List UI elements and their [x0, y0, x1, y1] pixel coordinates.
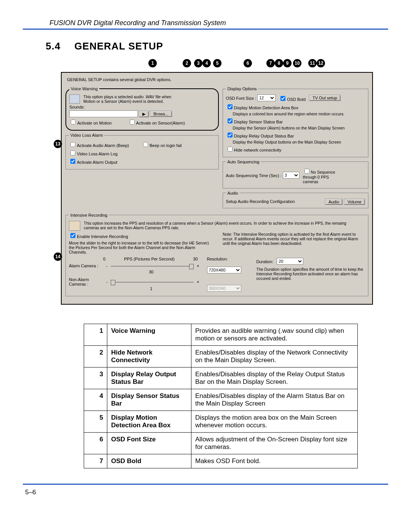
auto-sequencing-group: Auto Sequencing Auto Sequencing Time (Se…	[223, 160, 368, 189]
activate-on-motion[interactable]: Activate on Motion	[69, 118, 112, 126]
globe-icon	[69, 94, 80, 104]
display-relay-bar-desc: Display the Relay Output buttons on the …	[226, 140, 365, 144]
callout-6: 6	[244, 59, 252, 67]
running-header: FUSION DVR Digital Recording and Transmi…	[49, 19, 388, 27]
video-loss-log[interactable]: Video Loss Alarm Log	[69, 152, 118, 156]
callout-table: 1Voice WarningProvides an audible warnin…	[84, 324, 358, 468]
play-button[interactable]: ▶	[139, 111, 149, 117]
alarm-camera-slider[interactable]	[111, 264, 194, 269]
pps-scale-min: 0	[103, 257, 105, 261]
voice-warning-legend: Voice Warning	[69, 86, 99, 91]
non-alarm-camera-slider[interactable]	[111, 280, 194, 285]
audio-group: Audio Setup Audio Recording Configuratio…	[223, 191, 368, 208]
pps-scale-max: 30	[193, 257, 198, 261]
table-row: 3Display Relay Output Status BarEnables/…	[84, 367, 358, 389]
auto-seq-time-select[interactable]: 3	[283, 172, 299, 179]
auto-sequencing-legend: Auto Sequencing	[226, 160, 261, 164]
video-loss-legend: Video Loss Alarm	[69, 133, 104, 137]
callout-row: 1 2 3 4 5 6 7 8 9 10 11 12	[61, 59, 373, 72]
display-options-group: Display Options OSD Font Size : 12 OSD B…	[223, 86, 368, 157]
audio-desc: Setup Audio Recording Configuration	[226, 199, 295, 204]
beep-on-login-fail[interactable]: Beep on login fail	[142, 141, 182, 148]
display-motion-box[interactable]: Display Motion Detection Area Box	[226, 105, 298, 110]
intensive-recording-group: 14 Intensive Recording This option incre…	[65, 213, 368, 296]
table-row: 2Hide Network ConnectivityEnables/Disabl…	[84, 345, 358, 367]
intensive-note: Note: The Intensive Recording option is …	[223, 232, 365, 254]
non-alarm-resolution-select: 360X240	[207, 285, 241, 292]
camera-icon	[69, 221, 80, 231]
hide-network-connectivity[interactable]: Hide network connectivity	[226, 148, 282, 152]
voice-warning-group: Voice Warning This option plays a select…	[65, 86, 219, 131]
callout-9: 9	[283, 59, 292, 67]
sounds-path-input[interactable]	[69, 110, 138, 117]
panel-intro: GENERAL SETUP contains several global DV…	[67, 77, 367, 82]
top-rule	[23, 29, 388, 30]
bottom-rule	[23, 484, 388, 485]
video-loss-group: 13 Video Loss Alarm Activate Audio Alarm…	[65, 133, 219, 169]
tv-out-setup-button[interactable]: TV Out setup	[309, 95, 341, 101]
callout-10: 10	[293, 59, 301, 67]
duration-desc: The Duration option specifies the amount…	[256, 267, 365, 281]
alarm-camera-value: 30	[69, 270, 199, 274]
table-row: 6OSD Font SizeAllows adjustment of the O…	[84, 432, 358, 454]
alarm-resolution-select[interactable]: 720X480	[207, 267, 241, 273]
resolution-label: Resolution:	[207, 257, 249, 261]
audio-button[interactable]: Audio	[325, 199, 342, 205]
display-relay-bar[interactable]: Display Relay Output Status Bar	[226, 134, 294, 138]
intensive-recording-legend: Intensive Recording	[69, 213, 109, 217]
display-sensor-bar[interactable]: Display Sensor Status Bar	[226, 120, 283, 124]
alarm-camera-label: Alarm Camera :	[69, 264, 103, 268]
callout-11: 11	[308, 59, 317, 67]
table-row: 4Display Sensor Status BarEnables/Disabl…	[84, 389, 358, 411]
enable-intensive-recording[interactable]: Enable Intensive Recording	[69, 234, 128, 239]
table-row: 5Display Motion Detection Area BoxDispla…	[84, 411, 358, 432]
callout-4: 4	[202, 59, 211, 67]
callout-13: 13	[54, 140, 62, 148]
section-number: 5.4	[46, 40, 61, 52]
callout-12: 12	[317, 59, 325, 67]
activate-alarm-output[interactable]: Activate Alarm Output	[69, 160, 117, 165]
pps-scale-label: PPS (Pictures Per Second)	[124, 257, 175, 261]
osd-font-size-label: OSD Font Size :	[226, 96, 256, 101]
callout-5: 5	[213, 59, 221, 67]
section-title: GENERAL SETUP	[74, 40, 163, 52]
callout-2: 2	[183, 59, 191, 67]
activate-audio-alarm[interactable]: Activate Audio Alarm (Beep)	[69, 141, 129, 148]
voice-warning-desc: This option plays a selected audio .WAV …	[83, 94, 182, 104]
duration-label: Duration:	[256, 259, 274, 264]
callout-14: 14	[54, 252, 62, 261]
page-number: 5–6	[25, 489, 388, 496]
osd-font-size-select[interactable]: 12	[257, 94, 276, 101]
general-setup-panel: GENERAL SETUP contains several global DV…	[61, 72, 373, 305]
browse-button[interactable]: Brows...	[150, 111, 172, 117]
callout-3: 3	[194, 59, 202, 67]
display-sensor-bar-desc: Display the Sensor (Alarm) buttons on th…	[226, 126, 365, 130]
auto-seq-time-label: Auto Sequencing Time (Sec) :	[226, 173, 282, 178]
display-motion-box-desc: Displays a colored box around the region…	[226, 112, 365, 116]
volume-button[interactable]: Volume	[344, 199, 365, 205]
slider-help: Move the slider to the right to increase…	[69, 241, 211, 254]
non-alarm-camera-label: Non-Alarm Cameras :	[69, 277, 103, 286]
osd-bold-checkbox[interactable]: OSD Bold	[279, 95, 306, 102]
non-alarm-camera-value: 1	[69, 286, 199, 291]
section-heading: 5.4 GENERAL SETUP	[46, 40, 388, 52]
callout-8: 8	[275, 59, 283, 67]
callout-7: 7	[266, 59, 275, 67]
sounds-label: Sounds:	[69, 105, 215, 109]
activate-on-sensor[interactable]: Activate on Sensor(Alarm)	[128, 118, 185, 126]
intensive-desc: This option increases the PPS and resolu…	[84, 221, 356, 230]
display-options-legend: Display Options	[226, 86, 258, 91]
table-row: 1Voice WarningProvides an audible warnin…	[84, 324, 358, 345]
duration-select[interactable]: 20	[277, 258, 303, 265]
no-sequence-0pps[interactable]: No Sequence through 0 PPS cameras	[303, 168, 345, 184]
callout-1: 1	[148, 59, 157, 67]
table-row: 7OSD BoldMakes OSD Font bold.	[84, 454, 358, 468]
audio-legend: Audio	[226, 191, 240, 195]
